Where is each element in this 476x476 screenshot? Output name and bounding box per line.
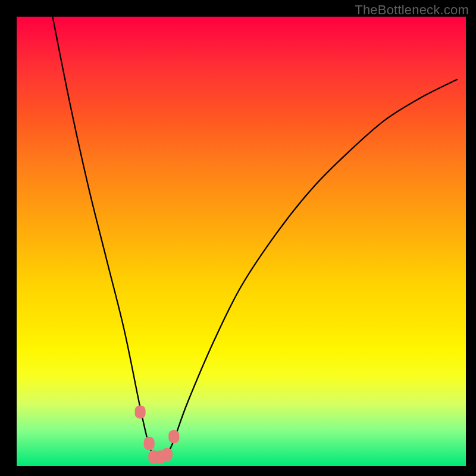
marker-dot	[135, 405, 146, 418]
curve-svg	[17, 17, 466, 466]
marker-dot	[162, 448, 173, 461]
chart-frame: TheBottleneck.com	[0, 0, 476, 476]
marker-dot	[144, 437, 155, 450]
watermark-label: TheBottleneck.com	[355, 2, 469, 18]
bottleneck-curve	[52, 17, 457, 458]
plot-area	[17, 17, 466, 466]
marker-dot	[168, 430, 179, 443]
curve-markers	[135, 405, 180, 464]
